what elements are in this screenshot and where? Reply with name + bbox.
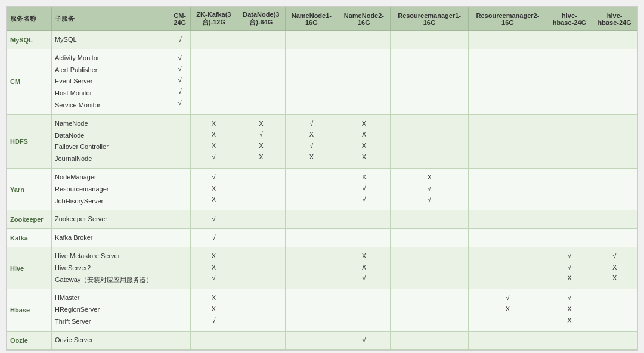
service-name-cell: HDFS (7, 114, 52, 168)
data-cell (169, 114, 191, 168)
table-header-row: 服务名称 子服务 CM-24G ZK-Kafka(3台)-12G DataNod… (7, 7, 637, 31)
data-cell (592, 31, 637, 49)
sub-service-item: Hive Metastore Server (55, 250, 166, 262)
data-cell (285, 168, 338, 210)
data-cell (237, 229, 285, 247)
data-cell (469, 168, 547, 210)
cross-mark: X (472, 304, 543, 315)
table-row: KafkaKafka Broker√ (7, 229, 637, 247)
data-cell (237, 210, 285, 229)
data-cell (390, 31, 468, 49)
check-mark: √ (289, 140, 335, 151)
data-cell (547, 229, 592, 247)
cross-mark: X (194, 129, 234, 140)
check-mark: √ (194, 172, 234, 183)
data-cell (390, 247, 468, 289)
data-cell (338, 229, 390, 247)
data-cell (547, 168, 592, 210)
table-row: HiveHive Metastore ServerHiveServer2Gate… (7, 247, 637, 289)
cross-mark: X (240, 140, 282, 151)
sub-service-item: Service Monitor (55, 100, 166, 112)
check-mark: √ (194, 232, 234, 243)
cross-mark: X (341, 151, 387, 163)
data-cell (390, 210, 468, 229)
data-cell (285, 289, 338, 331)
data-cell (469, 247, 547, 289)
data-cell (592, 114, 637, 168)
data-cell (547, 331, 592, 349)
data-cell: XX√ (338, 247, 390, 289)
cross-mark: X (194, 250, 234, 262)
check-mark: √ (172, 34, 187, 45)
service-name-cell: Hive (7, 247, 52, 289)
sub-service-item: Resourcemanager (55, 184, 166, 196)
sub-service-item: DataNode (55, 130, 166, 142)
data-cell: √X√X (285, 114, 338, 168)
sub-service-item: Event Server (55, 76, 166, 88)
sub-service-item: Host Monitor (55, 88, 166, 100)
check-mark: √ (341, 273, 387, 284)
data-cell (285, 331, 338, 349)
check-mark: √ (172, 75, 187, 86)
sub-service-cell: MySQL (51, 31, 169, 49)
cross-mark: X (550, 304, 589, 315)
cross-mark: X (341, 262, 387, 273)
service-name-cell: Hbase (7, 289, 52, 331)
check-mark: √ (194, 151, 234, 163)
data-cell (169, 168, 191, 210)
cross-mark: X (194, 118, 234, 129)
cross-mark: X (595, 273, 634, 284)
check-mark: √ (550, 292, 589, 304)
sub-service-item: MySQL (55, 34, 166, 46)
check-mark: √ (172, 52, 187, 64)
data-cell (390, 49, 468, 114)
data-cell: XXXX (338, 114, 390, 168)
data-cell: XX√ (191, 289, 237, 331)
data-cell (592, 210, 637, 229)
data-cell (547, 114, 592, 168)
cross-mark: X (341, 250, 387, 262)
data-cell (169, 331, 191, 349)
data-cell (237, 331, 285, 349)
sub-service-item: Kafka Broker (55, 232, 166, 244)
check-mark: √ (194, 213, 234, 225)
service-name-cell: Zookeeper (7, 210, 52, 229)
sub-service-item: HRegionServer (55, 304, 166, 316)
check-mark: √ (289, 118, 335, 129)
data-cell: X√XX (237, 114, 285, 168)
data-cell: X√√ (390, 168, 468, 210)
sub-service-item: Thrift Server (55, 316, 166, 328)
data-cell (338, 210, 390, 229)
service-name-cell: MySQL (7, 31, 52, 49)
col-header-datanode: DataNode(3台)-64G (237, 7, 285, 31)
col-header-subservice: 子服务 (51, 7, 169, 31)
data-cell (547, 31, 592, 49)
data-cell (469, 49, 547, 114)
table-row: HbaseHMasterHRegionServerThrift ServerXX… (7, 289, 637, 331)
data-cell (169, 289, 191, 331)
table-row: HDFSNameNodeDataNodeFailover ControllerJ… (7, 114, 637, 168)
data-cell (469, 229, 547, 247)
cross-mark: X (194, 183, 234, 194)
cross-mark: X (550, 315, 589, 326)
data-cell (390, 114, 468, 168)
sub-service-item: Gateway（安装对应应用服务器） (55, 274, 166, 286)
cross-mark: X (240, 151, 282, 163)
data-cell (191, 31, 237, 49)
data-cell (469, 114, 547, 168)
data-cell (285, 31, 338, 49)
sub-service-cell: Zookeeper Server (51, 210, 169, 229)
data-cell (338, 289, 390, 331)
cross-mark: X (240, 118, 282, 129)
main-table-container: 服务名称 子服务 CM-24G ZK-Kafka(3台)-12G DataNod… (6, 6, 638, 351)
data-cell (237, 247, 285, 289)
check-mark: √ (595, 250, 634, 262)
check-mark: √ (341, 194, 387, 205)
data-cell (390, 229, 468, 247)
data-cell (547, 210, 592, 229)
data-cell (547, 49, 592, 114)
data-cell: √ (169, 31, 191, 49)
cross-mark: X (341, 172, 387, 183)
sub-service-item: Alert Publisher (55, 64, 166, 76)
sub-service-item: HiveServer2 (55, 262, 166, 274)
